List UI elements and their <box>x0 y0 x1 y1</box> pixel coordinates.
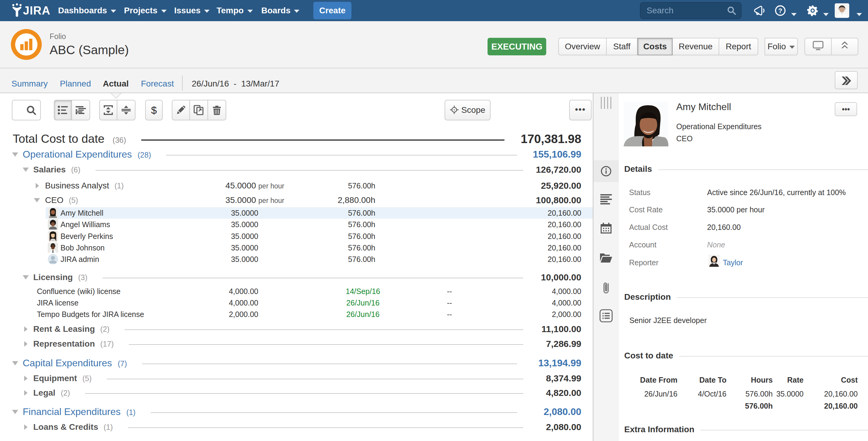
svg-text:?: ? <box>778 7 782 14</box>
